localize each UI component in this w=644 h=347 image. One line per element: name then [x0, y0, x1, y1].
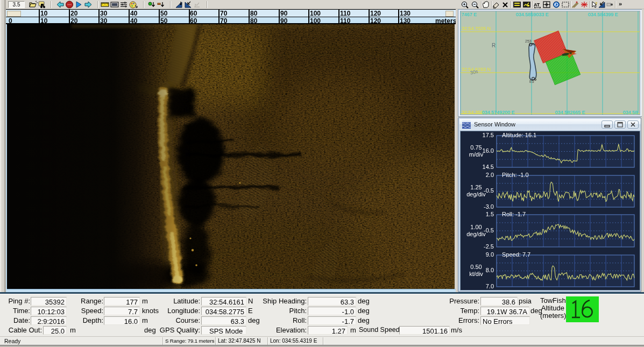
svg-text:AT: AT [534, 2, 540, 8]
svg-text:?: ? [595, 2, 597, 5]
svg-text:E5: E5 [529, 80, 534, 83]
svg-text:253: 253 [525, 39, 532, 43]
